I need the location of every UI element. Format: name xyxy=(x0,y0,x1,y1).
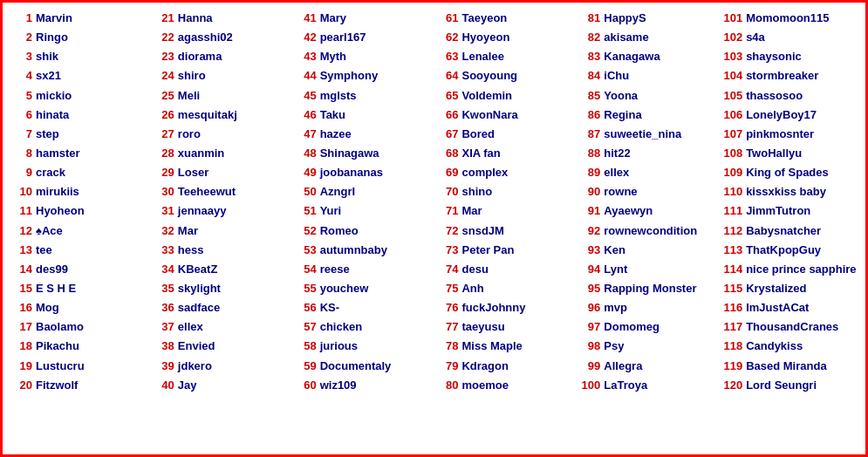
list-item: 8hamster xyxy=(8,145,150,162)
player-name: Taku xyxy=(320,106,345,124)
list-item: 43Myth xyxy=(292,48,434,65)
player-name: Lynt xyxy=(604,261,627,278)
rank-number: 45 xyxy=(292,87,317,105)
rank-number: 26 xyxy=(150,106,174,124)
player-name: Candykiss xyxy=(746,338,803,355)
rank-number: 19 xyxy=(8,358,32,375)
player-name: Allegra xyxy=(604,358,642,375)
list-item: 20Fitzwolf xyxy=(8,377,150,394)
list-item: 22agasshi02 xyxy=(150,29,292,46)
rank-number: 50 xyxy=(292,183,317,201)
rank-number: 102 xyxy=(718,29,742,46)
list-item: 69complex xyxy=(434,164,576,181)
player-name: Lord Seungri xyxy=(746,377,817,394)
list-item: 38Envied xyxy=(150,338,292,355)
rank-number: 114 xyxy=(718,261,742,278)
player-name: agasshi02 xyxy=(178,29,233,46)
list-item: 5mickio xyxy=(8,87,150,105)
player-name: Miss Maple xyxy=(461,338,522,355)
rank-number: 25 xyxy=(150,87,174,105)
list-item: 97Domomeg xyxy=(576,318,718,336)
rank-number: 7 xyxy=(8,126,32,143)
list-item: 68XIA fan xyxy=(434,145,576,162)
player-name: Psy xyxy=(604,338,624,355)
player-name: Mary xyxy=(320,10,346,27)
player-name: Voldemin xyxy=(461,87,512,105)
rank-number: 115 xyxy=(718,280,742,297)
list-item: 75Anh xyxy=(434,280,576,297)
list-item: 26mesquitakj xyxy=(150,106,292,124)
player-name: hamster xyxy=(36,145,80,162)
rank-number: 39 xyxy=(150,358,174,375)
rank-number: 49 xyxy=(292,164,317,181)
player-name: rownewcondition xyxy=(604,222,697,240)
list-item: 93Ken xyxy=(576,242,718,259)
player-name: HappyS xyxy=(604,10,646,27)
list-item: 51Yuri xyxy=(292,202,434,220)
player-name: jurious xyxy=(320,338,358,355)
rank-number: 54 xyxy=(292,261,317,278)
rank-number: 95 xyxy=(576,280,600,297)
player-name: Babysnatcher xyxy=(746,222,821,240)
player-name: sadface xyxy=(178,299,220,317)
rank-number: 27 xyxy=(150,126,174,143)
list-item: 41Mary xyxy=(292,10,434,27)
list-item: 116ImJustACat xyxy=(718,299,860,317)
list-item: 54reese xyxy=(292,261,434,278)
rank-number: 20 xyxy=(8,377,32,394)
list-item: 82akisame xyxy=(576,29,718,46)
rank-number: 40 xyxy=(150,377,174,394)
list-item: 6hinata xyxy=(8,106,150,124)
rank-number: 91 xyxy=(576,202,600,220)
list-item: 57chicken xyxy=(292,318,434,336)
list-item: 118Candykiss xyxy=(718,338,860,355)
player-name: Ringo xyxy=(36,29,68,46)
rank-number: 47 xyxy=(292,126,317,143)
rank-number: 3 xyxy=(8,48,32,65)
list-item: 4sx21 xyxy=(8,67,150,85)
rank-number: 89 xyxy=(576,164,600,181)
list-item: 35skylight xyxy=(150,280,292,297)
rank-number: 81 xyxy=(576,10,600,27)
rank-number: 62 xyxy=(434,29,458,46)
list-item: 50Azngrl xyxy=(292,183,434,201)
player-name: Hyoyeon xyxy=(461,29,509,46)
list-item: 85Yoona xyxy=(576,87,718,105)
rank-number: 66 xyxy=(434,106,458,124)
rank-number: 63 xyxy=(434,48,458,65)
player-name: stormbreaker xyxy=(746,67,818,85)
column-4: 61Taeyeon62Hyoyeon63Lenalee64Sooyoung65V… xyxy=(434,10,576,447)
rank-number: 73 xyxy=(434,242,458,259)
player-name: rowne xyxy=(604,183,637,201)
player-name: Jay xyxy=(178,377,197,394)
rank-number: 34 xyxy=(150,261,174,278)
player-name: reese xyxy=(320,261,350,278)
player-name: tee xyxy=(36,242,52,259)
list-item: 106LonelyBoy17 xyxy=(718,106,860,124)
list-item: 19Lustucru xyxy=(8,358,150,375)
rank-number: 99 xyxy=(576,358,600,375)
list-item: 39jdkero xyxy=(150,358,292,375)
list-item: 87suweetie_nina xyxy=(576,126,718,143)
rank-number: 93 xyxy=(576,242,600,259)
rank-number: 55 xyxy=(292,280,317,297)
list-item: 58jurious xyxy=(292,338,434,355)
player-name: nice prince sapphire xyxy=(746,261,856,278)
rank-number: 53 xyxy=(292,242,317,259)
player-name: Romeo xyxy=(320,222,359,240)
list-item: 14des99 xyxy=(8,261,150,278)
player-name: Loser xyxy=(178,164,208,181)
player-name: KS- xyxy=(320,299,339,317)
list-item: 11Hyoheon xyxy=(8,202,150,220)
rank-number: 92 xyxy=(576,222,600,240)
list-item: 36sadface xyxy=(150,299,292,317)
player-name: Yuri xyxy=(320,202,342,220)
player-name: iChu xyxy=(604,67,629,85)
column-6: 101Momomoon115102s4a103shaysonic104storm… xyxy=(718,10,860,447)
list-item: 90rowne xyxy=(576,183,718,201)
player-name: Based Miranda xyxy=(746,358,826,375)
list-item: 67Bored xyxy=(434,126,576,143)
list-item: 37ellex xyxy=(150,318,292,336)
player-name: youchew xyxy=(320,280,369,297)
player-name: King of Spades xyxy=(746,164,829,181)
